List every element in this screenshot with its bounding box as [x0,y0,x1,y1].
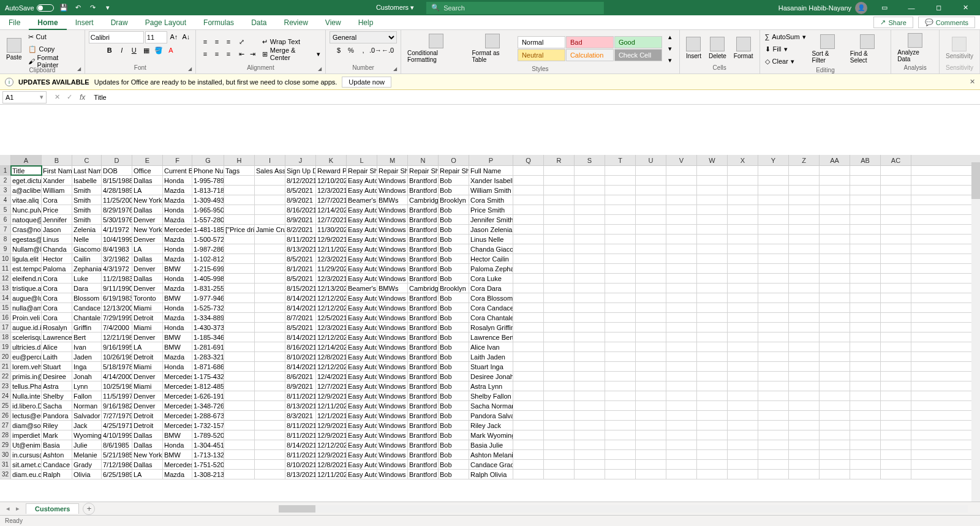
tab-insert[interactable]: Insert [67,15,102,30]
cell[interactable]: 12/7/2021 [316,195,347,205]
cell[interactable]: Windows [377,205,408,214]
cell[interactable]: Last Name [72,166,102,175]
cell[interactable]: Griffin [72,323,102,332]
cell[interactable] [544,391,575,400]
cell[interactable] [255,313,285,322]
styles-more-icon[interactable]: ▾ [665,54,676,66]
cell[interactable] [636,411,666,420]
cell[interactable]: Bob [439,225,469,234]
cell[interactable] [789,195,820,205]
cell[interactable] [605,352,636,361]
cell[interactable] [255,254,285,263]
cell[interactable]: Brantford [408,372,439,381]
cell[interactable]: Windows [377,293,408,302]
sheet-nav-prev-icon[interactable]: ◂ [4,505,12,513]
cell[interactable] [820,391,850,400]
cell[interactable] [789,401,820,410]
cell[interactable] [575,460,605,469]
cell[interactable] [636,254,666,263]
cell[interactable]: Riley Jack [469,421,513,430]
cell[interactable]: 8/3/2021 [285,411,316,420]
cell[interactable]: Easy Auto [347,440,377,449]
cell[interactable] [666,470,697,479]
cell[interactable] [666,225,697,234]
find-select-button[interactable]: Find & Select [848,33,888,65]
cell[interactable]: in.cursus@ [11,450,42,459]
cell[interactable]: Bob [439,440,469,449]
cell[interactable]: 12/12/202 [316,440,347,449]
cell[interactable]: Denver [132,401,163,410]
cell[interactable] [605,186,636,195]
cell[interactable]: William [42,186,72,195]
cell[interactable]: Chanda [42,244,72,254]
cell[interactable]: 1-283-321-7855 [192,352,224,361]
cell[interactable]: Windows [377,244,408,254]
cell[interactable]: DOB [102,166,132,175]
cell[interactable]: Bob [439,333,469,342]
cell[interactable]: Mercedes [163,225,192,234]
row-header[interactable]: 28 [0,430,11,440]
cell[interactable]: Cora [42,313,72,322]
cell[interactable] [575,225,605,234]
cell[interactable]: Bob [439,411,469,420]
cell[interactable] [881,460,911,469]
cell[interactable] [636,430,666,440]
style-normal[interactable]: Normal [518,36,565,48]
row-header[interactable]: 5 [0,205,11,214]
cell[interactable] [575,205,605,214]
cell[interactable] [544,470,575,479]
cell[interactable] [697,284,728,293]
cell[interactable] [758,470,789,479]
cell[interactable] [728,470,758,479]
column-header[interactable]: D [102,155,132,165]
cell[interactable]: Honda [163,274,192,283]
cell[interactable] [850,195,881,205]
cell[interactable] [820,225,850,234]
fill-color-button[interactable]: 🪣 [153,45,164,56]
cell[interactable] [697,166,728,175]
cell[interactable] [850,450,881,459]
cell[interactable]: Laith [42,352,72,361]
cell[interactable]: Mercedes [163,421,192,430]
fill-button[interactable]: ⬇ Fill ▾ [764,43,807,54]
cell[interactable] [544,195,575,205]
cell[interactable] [758,372,789,381]
cell[interactable] [636,205,666,214]
cell[interactable] [224,176,255,185]
cell[interactable]: Bob [439,235,469,244]
cell[interactable]: Cora [42,274,72,283]
cell[interactable] [789,274,820,283]
cell[interactable] [758,244,789,254]
cell[interactable] [636,186,666,195]
cell[interactable] [255,323,285,332]
cell[interactable]: Pandora Salvador [469,411,513,420]
cell[interactable]: Bob [439,254,469,263]
cell[interactable]: Easy Auto [347,205,377,214]
cell[interactable] [881,352,911,361]
cell[interactable] [728,284,758,293]
cell[interactable] [575,254,605,263]
cell[interactable]: Brantford [408,440,439,449]
cell[interactable] [255,205,285,214]
cell[interactable] [758,323,789,332]
cell[interactable]: Lawrence [42,333,72,342]
cell[interactable]: 7/12/1986 [102,460,132,469]
cell[interactable] [636,274,666,283]
cell[interactable]: 8/11/2021 [285,235,316,244]
cell[interactable] [224,450,255,459]
cell[interactable] [224,381,255,391]
cell[interactable] [255,274,285,283]
cell[interactable] [224,391,255,400]
cell[interactable] [820,323,850,332]
cell[interactable] [544,381,575,391]
cell[interactable]: Brantford [408,391,439,400]
cell[interactable]: Brooklyn [439,284,469,293]
cell[interactable]: Tags [224,166,255,175]
cell[interactable]: Ashton Melanie [469,450,513,459]
cell[interactable]: Detroit [132,421,163,430]
cell[interactable] [513,205,544,214]
tab-data[interactable]: Data [243,15,275,30]
cell[interactable] [666,205,697,214]
cell[interactable] [728,342,758,351]
cell[interactable]: 1-348-726-5247 [192,401,224,410]
